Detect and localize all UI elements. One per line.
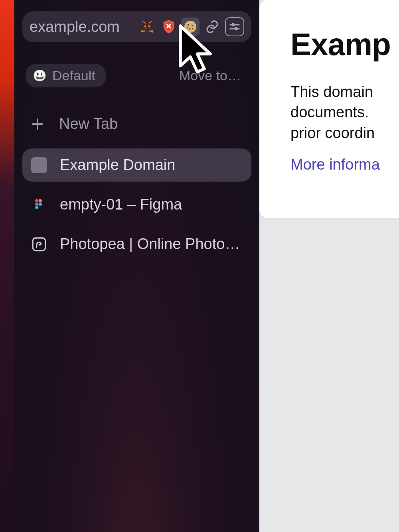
- url-text[interactable]: example.com: [30, 18, 135, 36]
- page-content: Examp This domain documents. prior coord…: [259, 0, 399, 218]
- svg-point-13: [35, 199, 39, 202]
- favicon-blank-icon: [31, 157, 47, 173]
- page-body: This domain documents. prior coordin: [290, 82, 399, 143]
- fox-icon[interactable]: [138, 18, 156, 36]
- svg-point-10: [235, 28, 237, 30]
- favicon-photopea-icon: [31, 236, 47, 252]
- move-to-button[interactable]: Move to…: [179, 68, 248, 83]
- tab-item-photopea[interactable]: Photopea | Online Photo Ed…: [22, 227, 251, 261]
- body-line: This domain: [290, 82, 399, 102]
- cookie-icon[interactable]: [181, 18, 200, 36]
- link-icon[interactable]: [203, 17, 222, 36]
- svg-point-15: [35, 202, 39, 206]
- tab-item-figma[interactable]: empty-01 – Figma: [22, 188, 251, 221]
- svg-point-6: [187, 27, 188, 28]
- body-line: documents.: [290, 102, 399, 123]
- svg-point-8: [232, 24, 234, 26]
- tab-list: Example Domain empty-01 – Figma Photopea…: [22, 148, 251, 261]
- new-tab-label: New Tab: [59, 115, 118, 133]
- space-label: Default: [52, 68, 95, 83]
- tab-item-example-domain[interactable]: Example Domain: [22, 148, 251, 182]
- more-information-link[interactable]: More informa: [290, 156, 380, 173]
- body-line: prior coordin: [290, 123, 399, 143]
- shield-x-icon[interactable]: [160, 18, 178, 36]
- space-emoji-icon: 😃: [33, 69, 47, 82]
- sliders-icon[interactable]: [225, 17, 244, 36]
- plus-icon: [30, 116, 45, 132]
- space-controls-row: 😃 Default Move to…: [22, 64, 251, 87]
- window-edge-strip: [0, 0, 14, 532]
- svg-point-1: [184, 21, 196, 33]
- tab-title: empty-01 – Figma: [60, 196, 182, 213]
- space-pill[interactable]: 😃 Default: [26, 64, 106, 87]
- new-tab-button[interactable]: New Tab: [22, 111, 251, 137]
- favicon-figma-icon: [31, 197, 47, 213]
- svg-point-17: [35, 206, 39, 209]
- page-title: Examp: [290, 26, 399, 63]
- svg-point-16: [39, 202, 42, 206]
- svg-point-5: [192, 28, 193, 29]
- url-bar[interactable]: example.com: [22, 11, 251, 42]
- svg-point-14: [39, 199, 42, 202]
- svg-point-3: [192, 25, 193, 26]
- browser-sidebar: example.com 😃 Default Move to… New Tab: [14, 0, 259, 532]
- svg-point-2: [188, 24, 190, 26]
- svg-point-4: [189, 28, 190, 30]
- content-pane: Examp This domain documents. prior coord…: [259, 0, 399, 532]
- tab-title: Photopea | Online Photo Ed…: [60, 235, 243, 253]
- tab-title: Example Domain: [60, 156, 175, 174]
